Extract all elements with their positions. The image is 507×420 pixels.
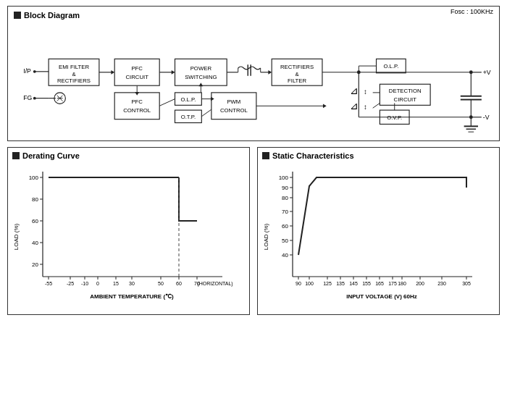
- block-diagram-label: Block Diagram: [24, 11, 80, 20]
- derating-header: Derating Curve: [12, 151, 245, 160]
- sx-label-165: 165: [375, 281, 384, 286]
- sy-label-90: 90: [282, 185, 288, 191]
- arrow3-head: [268, 70, 272, 75]
- transistor1b: ↕: [364, 88, 367, 96]
- y-label-80: 80: [32, 196, 38, 203]
- sx-label-100: 100: [305, 281, 314, 286]
- page: Block Diagram Fosc : 100KHz I/P FG: [0, 0, 507, 420]
- derating-svg: LOAD (%) 100 80 60: [12, 164, 244, 309]
- static-curve: [298, 177, 466, 255]
- block-diagram-svg: I/P FG EMI FILTER & RECTIFIERS: [14, 22, 493, 135]
- derating-drop-line: [179, 177, 197, 221]
- pwm-up-arrow: [198, 83, 203, 86]
- power-switching-text1: POWER: [190, 65, 212, 72]
- y-label-60: 60: [32, 218, 38, 224]
- x-label-0: 0: [96, 281, 99, 286]
- static-y-label: LOAD (%): [263, 223, 269, 250]
- horizontal-label: (HORIZONTAL): [197, 281, 232, 287]
- emi-text1: EMI FILTER: [59, 64, 89, 70]
- pwm-box: [211, 93, 256, 119]
- sx-label-175: 175: [388, 281, 397, 286]
- pwm-text2: CONTROL: [220, 107, 248, 114]
- derating-x-axis-label: AMBIENT TEMPERATURE (℃): [90, 293, 174, 300]
- pfc-control-box: [114, 93, 159, 119]
- static-label: Static Characteristics: [272, 151, 354, 160]
- transistor1: ⊿: [350, 85, 359, 96]
- x-label-55: -55: [45, 281, 52, 286]
- sx-label-200: 200: [416, 281, 424, 286]
- block-diagram-icon: [14, 12, 21, 19]
- sy-label-80: 80: [282, 195, 288, 201]
- sy-label-100: 100: [279, 175, 289, 181]
- block-diagram-header: Block Diagram: [14, 11, 493, 20]
- sy-label-70: 70: [282, 209, 288, 215]
- otp-pwm-line: [201, 109, 211, 117]
- sx-label-230: 230: [437, 281, 446, 286]
- rect-text2: &: [295, 71, 299, 77]
- x-label-50: 50: [158, 281, 164, 286]
- derating-icon: [12, 152, 20, 159]
- sx-label-155: 155: [362, 281, 371, 286]
- static-svg: LOAD (%) 100 90 80 70 60: [262, 164, 494, 309]
- derating-chart: LOAD (%) 100 80 60: [12, 164, 245, 311]
- pfc-circuit-text2: CIRCUIT: [125, 74, 148, 80]
- y-label-20: 20: [32, 261, 38, 268]
- detection-text1: DETECTION: [389, 88, 422, 94]
- fosc-label: Fosc : 100KHz: [451, 8, 493, 15]
- fg-dot: [33, 97, 36, 100]
- derating-section: Derating Curve LOAD (%) 100: [7, 147, 250, 315]
- olp2-text: O.L.P.: [383, 63, 398, 70]
- ip-dot: [33, 70, 36, 73]
- arrow1-head: [111, 70, 114, 75]
- transistor2: ⊿: [350, 101, 359, 112]
- power-switching-text2: SWITCHING: [185, 74, 217, 80]
- sx-label-305: 305: [462, 281, 471, 286]
- sx-label-135: 135: [336, 281, 345, 286]
- static-x-axis-label: INPUT VOLTAGE (V) 60Hz: [346, 293, 417, 300]
- neg-v-label: -V: [483, 114, 490, 121]
- x-label-60: 60: [176, 281, 182, 286]
- sx-label-145: 145: [349, 281, 358, 286]
- olp-pwm-arrow: [211, 97, 214, 101]
- pfc-olp-line: [159, 99, 175, 106]
- ovp-text: O.V.P.: [387, 114, 402, 121]
- rect-text1: RECTIFIERS: [280, 64, 314, 70]
- x-label-25: -25: [67, 281, 74, 286]
- block-diagram-section: Block Diagram Fosc : 100KHz I/P FG: [7, 6, 500, 141]
- x-label-15: 15: [113, 281, 119, 286]
- derating-label: Derating Curve: [22, 151, 80, 160]
- arrow2-head: [172, 70, 175, 75]
- olp1-text: O.L.P.: [180, 96, 196, 103]
- emi-text3: RECTIFIERS: [57, 77, 91, 84]
- pfc-circuit-box: [114, 59, 159, 85]
- static-icon: [262, 152, 269, 159]
- pwm-text1: PWM: [227, 98, 240, 105]
- static-header: Static Characteristics: [262, 151, 495, 160]
- x-label-10: -10: [81, 281, 88, 286]
- sy-label-60: 60: [282, 223, 288, 230]
- power-switching-box: [175, 59, 227, 85]
- sy-label-50: 50: [282, 238, 288, 244]
- static-chart: LOAD (%) 100 90 80 70 60: [262, 164, 495, 311]
- pfc-circuit-text1: PFC: [131, 65, 143, 72]
- sx-label-180: 180: [398, 281, 406, 286]
- x-label-30: 30: [129, 281, 135, 286]
- y-label-100: 100: [29, 175, 39, 181]
- pwm-det-arrow: [323, 104, 327, 108]
- static-section: Static Characteristics LOAD (%) 100 90: [257, 147, 500, 315]
- emi-text2: &: [72, 71, 76, 77]
- y-label-40: 40: [32, 240, 38, 246]
- transistor2b: ↕: [364, 103, 367, 111]
- pos-v-label: +V: [483, 69, 491, 76]
- sy-label-40: 40: [282, 252, 288, 259]
- detection-text2: CIRCUIT: [394, 96, 417, 103]
- ip-label: I/P: [23, 67, 31, 75]
- det-connect2: [373, 103, 380, 108]
- fg-label: FG: [23, 94, 32, 101]
- sx-label-125: 125: [323, 281, 332, 286]
- rect-text3: FILTER: [288, 77, 307, 84]
- bottom-sections: Derating Curve LOAD (%) 100: [7, 147, 500, 315]
- derating-y-label: LOAD (%): [13, 223, 20, 250]
- pfc-control-text1: PFC: [131, 98, 143, 105]
- diagram-area: I/P FG EMI FILTER & RECTIFIERS: [14, 22, 493, 135]
